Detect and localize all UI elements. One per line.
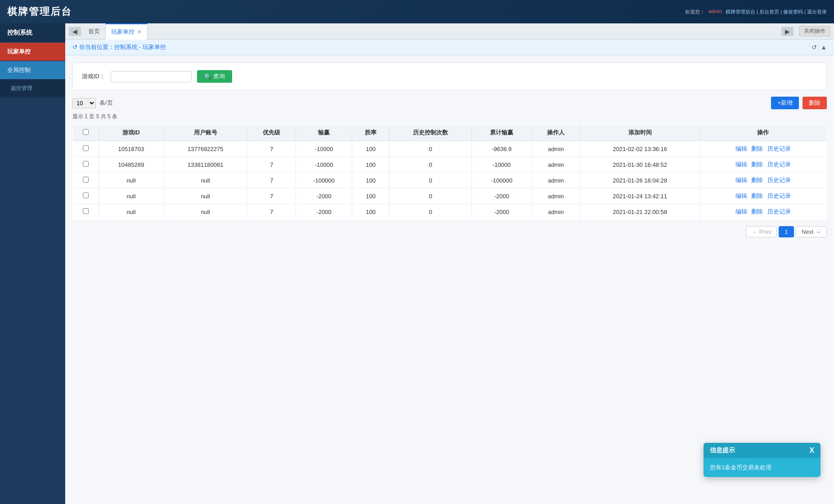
- row-add-time-3: 2021-01-24 13:42:11: [580, 188, 700, 204]
- toolbar-right: +新增 删除: [771, 97, 827, 109]
- col-win-loss: 输赢: [296, 125, 352, 141]
- row-check-0[interactable]: [83, 145, 89, 151]
- select-all-checkbox[interactable]: [83, 129, 89, 135]
- edit-link-0[interactable]: 编辑: [735, 145, 747, 152]
- row-check-2[interactable]: [83, 177, 89, 183]
- row-total-win-loss-4: -2000: [472, 204, 532, 220]
- row-operator-4: admin: [532, 204, 580, 220]
- row-account-2: null: [164, 173, 247, 188]
- header-right: 欢迎您： admin 棋牌管理后台 | 后台首页 | 修改密码 | 退出登录: [685, 9, 827, 15]
- delete-link-1[interactable]: 删除: [751, 161, 763, 168]
- toolbar-left: 10 20 50 100 条/页: [72, 98, 113, 108]
- edit-link-4[interactable]: 编辑: [735, 208, 747, 215]
- notification-close-btn[interactable]: X: [809, 446, 814, 455]
- next-page-btn[interactable]: Next →: [796, 226, 827, 237]
- row-checkbox-0: [73, 141, 99, 157]
- row-check-1[interactable]: [83, 161, 89, 167]
- sidebar-title: 控制系统: [0, 23, 65, 43]
- nav-home-link[interactable]: 后台首页: [759, 9, 779, 14]
- history-link-4[interactable]: 历史记录: [767, 208, 791, 215]
- history-link-2[interactable]: 历史记录: [767, 177, 791, 183]
- search-button[interactable]: 🔍 查询: [197, 70, 232, 83]
- row-checkbox-3: [73, 188, 99, 204]
- breadcrumb-label: 你当前位置：控制系统 - 玩家单控: [79, 44, 166, 50]
- refresh-btn[interactable]: ↺: [812, 44, 817, 51]
- row-add-time-1: 2021-01-30 16:48:52: [580, 157, 700, 173]
- row-history-count-1: 0: [390, 157, 472, 173]
- page-size-select[interactable]: 10 20 50 100: [72, 98, 96, 108]
- row-operator-0: admin: [532, 141, 580, 157]
- row-check-3[interactable]: [83, 192, 89, 198]
- tab-bar-right: ▶ 关闭操作: [781, 26, 830, 36]
- tab-bar: ◀ 首页 玩家单控 ✕ ▶ 关闭操作: [65, 23, 834, 40]
- close-operations-btn[interactable]: 关闭操作: [799, 26, 830, 36]
- edit-link-2[interactable]: 编辑: [735, 177, 747, 183]
- tab-prev-btn[interactable]: ◀: [69, 27, 81, 36]
- sidebar-item-player-control[interactable]: 玩家单控: [0, 43, 65, 61]
- col-history-count: 历史控制次数: [390, 125, 472, 141]
- history-link-1[interactable]: 历史记录: [767, 161, 791, 168]
- delete-link-2[interactable]: 删除: [751, 177, 763, 183]
- row-actions-0: 编辑 删除 历史记录: [699, 141, 826, 157]
- col-account: 用户账号: [164, 125, 247, 141]
- row-add-time-0: 2021-02-02 13:36:16: [580, 141, 700, 157]
- edit-link-3[interactable]: 编辑: [735, 192, 747, 199]
- toolbar: 10 20 50 100 条/页 +新增 删除: [72, 97, 827, 109]
- new-button[interactable]: +新增: [771, 97, 799, 109]
- row-game-id-0: 10518703: [99, 141, 163, 157]
- header: 棋牌管理后台 欢迎您： admin 棋牌管理后台 | 后台首页 | 修改密码 |…: [0, 0, 834, 23]
- notification-body: 您有1条金币交易未处理: [704, 458, 821, 477]
- history-link-0[interactable]: 历史记录: [767, 145, 791, 152]
- batch-delete-button[interactable]: 删除: [803, 97, 827, 109]
- row-operator-2: admin: [532, 173, 580, 188]
- content-area: 游戏ID： 🔍 查询 10 20 50 100 条/页: [65, 55, 834, 504]
- delete-link-4[interactable]: 删除: [751, 208, 763, 215]
- row-game-id-2: null: [99, 173, 163, 188]
- info-text: 显示 1 至 5 共 5 条: [72, 113, 827, 120]
- col-checkbox: [73, 125, 99, 141]
- row-operator-3: admin: [532, 188, 580, 204]
- search-input[interactable]: [111, 71, 192, 82]
- nav-logout-link[interactable]: 退出登录: [807, 9, 827, 14]
- tab-next-btn[interactable]: ▶: [781, 27, 794, 36]
- col-actions: 操作: [699, 125, 826, 141]
- app-logo: 棋牌管理后台: [7, 5, 72, 18]
- row-win-loss-3: -2000: [296, 188, 352, 204]
- row-total-win-loss-3: -2000: [472, 188, 532, 204]
- row-win-rate-2: 100: [352, 173, 390, 188]
- row-win-rate-3: 100: [352, 188, 390, 204]
- table-header: 游戏ID 用户账号 优先级 输赢 胜率 历史控制次数 累计输赢 操作人 添加时间…: [73, 125, 827, 141]
- row-checkbox-1: [73, 157, 99, 173]
- nav-admin-link[interactable]: 棋牌管理后台: [726, 9, 755, 14]
- row-total-win-loss-2: -100000: [472, 173, 532, 188]
- prev-page-btn[interactable]: ← Prev: [746, 226, 777, 237]
- sidebar-item-global-control[interactable]: 全局控制: [0, 61, 65, 80]
- collapse-btn[interactable]: ▲: [821, 44, 827, 51]
- row-game-id-3: null: [99, 188, 163, 204]
- breadcrumb-bar: ↺ 你当前位置：控制系统 - 玩家单控 ↺ ▲: [65, 40, 834, 55]
- tab-player-control[interactable]: 玩家单控 ✕: [106, 23, 148, 40]
- edit-link-1[interactable]: 编辑: [735, 161, 747, 168]
- delete-link-3[interactable]: 删除: [751, 192, 763, 199]
- welcome-text: 欢迎您：: [685, 9, 705, 15]
- row-win-rate-1: 100: [352, 157, 390, 173]
- row-actions-2: 编辑 删除 历史记录: [699, 173, 826, 188]
- row-account-1: 13381180081: [164, 157, 247, 173]
- tab-close-icon[interactable]: ✕: [137, 29, 142, 35]
- history-link-3[interactable]: 历史记录: [767, 192, 791, 199]
- row-history-count-0: 0: [390, 141, 472, 157]
- breadcrumb: ↺ 你当前位置：控制系统 - 玩家单控: [72, 43, 166, 51]
- row-history-count-2: 0: [390, 173, 472, 188]
- table-row: 10518703 13776822275 7 -10000 100 0 -963…: [73, 141, 827, 157]
- page-size-label: 条/页: [99, 99, 113, 107]
- sidebar-item-super-control[interactable]: 超控管理: [0, 80, 65, 98]
- tab-home[interactable]: 首页: [83, 23, 106, 40]
- row-win-loss-4: -2000: [296, 204, 352, 220]
- row-check-4[interactable]: [83, 208, 89, 214]
- row-total-win-loss-0: -9636.9: [472, 141, 532, 157]
- nav-change-pwd-link[interactable]: 修改密码: [783, 9, 803, 14]
- page-1-btn[interactable]: 1: [779, 226, 794, 237]
- delete-link-0[interactable]: 删除: [751, 145, 763, 152]
- row-operator-1: admin: [532, 157, 580, 173]
- row-game-id-1: 10485289: [99, 157, 163, 173]
